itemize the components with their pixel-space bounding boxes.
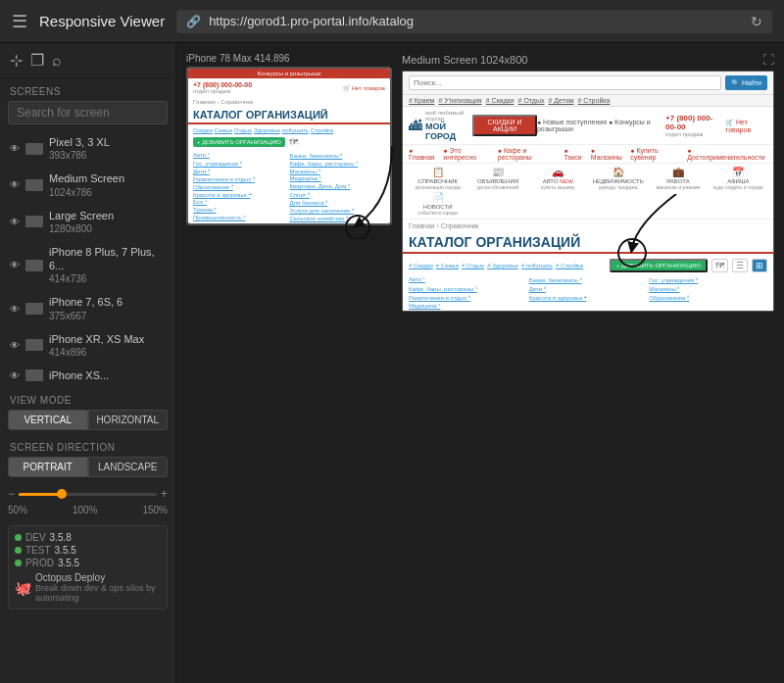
zoom-fill xyxy=(19,493,60,496)
eye-icon: 👁 xyxy=(10,143,20,154)
objects-icon: 📰 xyxy=(468,167,526,177)
zoom-thumb[interactable] xyxy=(57,489,67,499)
med-map-icon[interactable]: 🗺 xyxy=(711,259,728,272)
zoom-labels: 50% 100% 150% xyxy=(0,505,175,515)
screens-label: SCREENS xyxy=(0,78,175,101)
view-mode-label: VIEW MODE xyxy=(0,387,175,410)
medium-frame-title: Medium Screen 1024x800 xyxy=(402,54,527,66)
phone-cart: 🛒 Нет товаров xyxy=(343,84,385,91)
phone-add-btn[interactable]: + ДОБАВИТЬ ОРГАНИЗАЦИЮ xyxy=(193,137,285,147)
vertical-mode-btn[interactable]: VERTICAL xyxy=(8,410,88,430)
zoom-out-icon[interactable]: − xyxy=(8,487,15,501)
search-icon[interactable]: ⌕ xyxy=(52,52,62,70)
spravochnik-icon: 📋 xyxy=(409,167,466,177)
screen-dims: 414x896 xyxy=(49,346,144,359)
med-add-org-btn[interactable]: + ДОБАВИТЬ ОРГАНИЗАЦИЮ xyxy=(610,259,708,272)
avto-icon: 🚗 xyxy=(529,167,587,177)
sidebar-item-iphonexr[interactable]: 👁 iPhone XR, XS Max 414x896 xyxy=(0,327,175,364)
phone-num: +7 (800) 000-00-00 xyxy=(193,81,252,88)
med-filter-tags: # Краем # Утилизация # Скидки # Отдых # … xyxy=(403,95,773,107)
med-phone-num: +7 (800) 000-00-00 xyxy=(665,114,722,131)
version-dot-test xyxy=(15,547,22,554)
version-dot-prod xyxy=(15,560,22,566)
phone-top-banner: Конкурсы и розыгрыши xyxy=(188,69,390,78)
screen-name: iPhone XR, XS Max xyxy=(49,332,144,346)
hamburger-icon[interactable]: ☰ xyxy=(12,11,27,32)
refresh-icon[interactable]: ↻ xyxy=(751,14,762,29)
phone-header: +7 (800) 000-00-00 отдел продаж 🛒 Нет то… xyxy=(188,78,390,97)
octopus-sub: Break down dev & ops silos by automating xyxy=(35,583,161,603)
version-row-test: TEST 3.5.5 xyxy=(15,545,161,556)
sidebar-item-large[interactable]: 👁 Large Screen 1280x800 xyxy=(0,204,175,240)
landscape-btn[interactable]: LANDSCAPE xyxy=(88,457,169,477)
phone-categories: Авто ¹ Банки, банкоматы ⁰ Гос. учреждени… xyxy=(188,150,390,223)
sidebar-toolbar: ⊹ ❐ ⌕ xyxy=(0,43,175,78)
zoom-in-icon[interactable]: + xyxy=(161,487,168,501)
med-list-icon[interactable]: ☰ xyxy=(732,259,748,272)
zoom-label-100: 100% xyxy=(73,505,98,515)
eye-icon: 👁 xyxy=(10,370,20,381)
screen-thumb xyxy=(25,216,43,227)
phone-catalog-title: КАТАЛОГ ОРГАНИЗАЦИЙ xyxy=(188,107,390,124)
phone-tags: Скидки Семьи Отдых Здоровье поКушать Стр… xyxy=(188,127,390,135)
expand-icon[interactable]: ⛶ xyxy=(762,53,774,67)
phone-map-icon: 🗺 xyxy=(289,137,298,147)
screen-name: Large Screen xyxy=(49,209,114,222)
app-title: Responsive Viewer xyxy=(39,13,165,29)
news-icon: 📄 xyxy=(409,192,466,203)
medium-frame: 🔍 Найти # Краем # Утилизация # Скидки # … xyxy=(402,71,774,312)
eye-icon: 👁 xyxy=(10,217,20,227)
octopus-label: Octopus Deploy xyxy=(35,572,161,583)
med-search-input[interactable] xyxy=(409,75,721,90)
phone-frame-container: iPhone 78 Max 414.896 Конкурсы и розыгры… xyxy=(186,53,392,225)
med-breadcrumb: Главная › Справочник xyxy=(403,220,773,232)
medium-frame-container: Medium Screen 1024x800 ⛶ 🔍 Найти # Краем… xyxy=(402,53,774,312)
med-catalog-title: КАТАЛОГ ОРГАНИЗАЦИЙ xyxy=(403,232,773,254)
screen-name: Medium Screen xyxy=(49,171,124,185)
logo-subtitle: мой любимый портал xyxy=(425,110,472,122)
sidebar-item-iphonexs[interactable]: 👁 iPhone XS... xyxy=(0,364,175,387)
med-top-bar: 🏙 мой любимый портал МОЙ ГОРОД СКИДКИ И … xyxy=(403,107,773,145)
screen-name: iPhone XS... xyxy=(49,368,109,382)
med-new-items: ● Новые поступления ● Конкурсы и розыгры… xyxy=(537,119,665,132)
cart-icon: 🛒 xyxy=(343,84,350,91)
sidebar-item-pixel3[interactable]: 👁 Pixel 3, 3 XL 393x786 xyxy=(0,130,175,167)
move-icon[interactable]: ⊹ xyxy=(10,51,23,70)
sidebar-item-iphone8plus[interactable]: 👁 iPhone 8 Plus, 7 Plus, 6... 414x736 xyxy=(0,240,175,291)
direction-buttons: PORTRAIT LANDSCAPE xyxy=(8,457,168,477)
med-sections: 📋 СПРАВОЧНИК организации города 📰 ОБЪЯВЛ… xyxy=(403,164,773,220)
main-layout: ⊹ ❐ ⌕ SCREENS 👁 Pixel 3, 3 XL 393x786 👁 … xyxy=(0,43,784,683)
portrait-btn[interactable]: PORTRAIT xyxy=(8,457,88,477)
zoom-slider[interactable] xyxy=(19,493,157,496)
version-row-prod: PROD 3.5.5 xyxy=(15,558,161,568)
afisha-icon: 📅 xyxy=(710,167,767,177)
med-nav: ● Главная ● Это интересно ● Кафе и ресто… xyxy=(403,145,773,164)
url-text: https://gorod1.pro-portal.info/katalog xyxy=(209,14,743,28)
version-row-dev: DEV 3.5.8 xyxy=(15,532,161,543)
url-bar: 🔗 https://gorod1.pro-portal.info/katalog… xyxy=(176,10,772,33)
eye-icon: 👁 xyxy=(10,260,20,270)
logo-text: МОЙ ГОРОД xyxy=(425,122,472,141)
phone-device-label: iPhone 78 Max 414.896 xyxy=(186,53,392,64)
phone-frame: Конкурсы и розыгрыши +7 (800) 000-00-00 … xyxy=(186,67,392,225)
med-phone-area: +7 (800) 000-00-00 отдел продаж 🛒 Нет то… xyxy=(665,114,767,137)
screen-dims: 414x736 xyxy=(49,272,166,285)
sidebar-item-medium[interactable]: 👁 Medium Screen 1024x786 xyxy=(0,167,175,203)
screen-dims: 1280x800 xyxy=(49,222,114,235)
med-search-btn[interactable]: 🔍 Найти xyxy=(725,75,767,90)
eye-icon: 👁 xyxy=(10,304,20,315)
screen-name: iPhone 7, 6S, 6 xyxy=(49,295,122,309)
search-screen-input[interactable] xyxy=(8,101,168,124)
sidebar-item-iphone7[interactable]: 👁 iPhone 7, 6S, 6 375x667 xyxy=(0,290,175,326)
med-categories: Авто ¹ Банки, банкоматы ⁰ Гос. учреждени… xyxy=(403,274,773,311)
direction-label: SCREEN DIRECTION xyxy=(0,436,175,457)
sidebar: ⊹ ❐ ⌕ SCREENS 👁 Pixel 3, 3 XL 393x786 👁 … xyxy=(0,43,176,683)
med-grid-icon[interactable]: ⊞ xyxy=(752,259,767,272)
cart-icon: 🛒 xyxy=(725,119,734,125)
med-promo-btn[interactable]: СКИДКИ И АКЦИИ xyxy=(472,115,537,136)
phone-breadcrumb: Главная › Справочник xyxy=(188,97,390,107)
octopus-icon: 🐙 xyxy=(15,580,31,596)
horizontal-mode-btn[interactable]: HORIZONTAL xyxy=(88,410,169,430)
copy-icon[interactable]: ❐ xyxy=(30,51,44,70)
screen-thumb xyxy=(25,179,43,191)
